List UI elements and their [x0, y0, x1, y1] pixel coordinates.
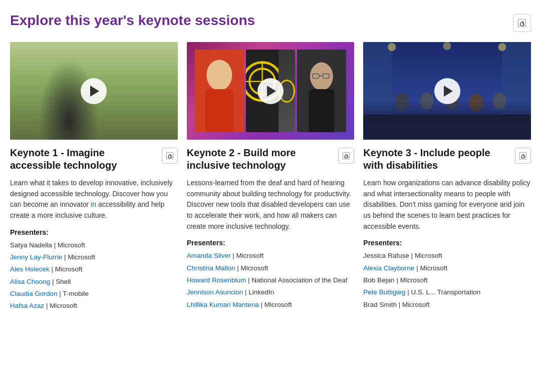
- sign-language-button[interactable]: [513, 14, 531, 32]
- svg-point-3: [119, 42, 177, 112]
- svg-rect-14: [205, 89, 233, 133]
- video-thumbnail-2[interactable]: [187, 42, 355, 140]
- svg-point-6: [58, 59, 80, 85]
- presenter-2-5: Lhillika Kumari Mantena | Microsoft: [187, 299, 355, 311]
- presenter-link-1-6[interactable]: Hafsa Azaz: [10, 302, 44, 309]
- page-title: Explore this year's keynote sessions: [10, 12, 255, 29]
- presenters-label-1: Presenters:: [10, 228, 178, 236]
- desc-link-1[interactable]: in: [91, 200, 96, 208]
- presenter-1-4: Alisa Choong | Shell: [10, 276, 178, 288]
- presenter-link-1-5[interactable]: Claudia Gordon: [10, 290, 58, 297]
- svg-rect-30: [363, 115, 531, 140]
- presenter-2-3: Howard Rosenblum | National Association …: [187, 274, 355, 286]
- keynote-card-1: Keynote 1 - Imagine accessible technolog…: [10, 42, 178, 312]
- svg-rect-7: [58, 85, 80, 125]
- presenter-link-1-4[interactable]: Alisa Choong: [10, 278, 50, 285]
- page-wrapper: Explore this year's keynote sessions: [0, 0, 541, 322]
- presenter-link-2-1[interactable]: Amanda Silver: [187, 252, 231, 259]
- video-thumbnail-1[interactable]: [10, 42, 178, 140]
- thumb-cell-2-3: [297, 50, 346, 133]
- presenter-link-2-5[interactable]: Lhillika Kumari Mantena: [187, 301, 259, 308]
- card-body-1: Keynote 1 - Imagine accessible technolog…: [10, 140, 178, 312]
- keynote-card-3: Keynote 3 - Include people with disabili…: [363, 42, 531, 312]
- keynote-card-2: Keynote 2 - Build more inclusive technol…: [187, 42, 355, 312]
- card-body-2: Keynote 2 - Build more inclusive technol…: [187, 140, 355, 312]
- svg-rect-8: [63, 71, 68, 74]
- presenters-label-3: Presenters:: [363, 239, 531, 247]
- svg-rect-9: [70, 71, 75, 74]
- svg-point-36: [388, 43, 396, 51]
- presenters-label-2: Presenters:: [187, 239, 355, 247]
- svg-point-32: [421, 93, 434, 110]
- svg-rect-22: [309, 89, 334, 133]
- card-sign-icon-2: [342, 151, 351, 160]
- presenter-3-4: Pete Buttigieg | U.S. L... Transportatio…: [363, 286, 531, 298]
- presenter-1-3: Ales Holecek | Microsoft: [10, 263, 178, 275]
- thumb-cell-svg-1: [195, 50, 244, 133]
- presenter-3-3: Bob Bejan | Microsoft: [363, 274, 531, 286]
- card-title-3: Keynote 3 - Include people with disabili…: [363, 147, 511, 172]
- svg-rect-29: [502, 42, 531, 140]
- svg-point-13: [207, 60, 232, 90]
- card-sign-button-3[interactable]: [515, 148, 531, 164]
- presenter-1-5: Claudia Gordon | T-mobile: [10, 288, 178, 300]
- card-desc-3: Learn how organizations can advance disa…: [363, 178, 531, 232]
- presenter-2-4: Jennison Asuncion | LinkedIn: [187, 286, 355, 298]
- svg-point-35: [493, 93, 506, 110]
- card-sign-icon-3: [518, 151, 527, 160]
- card-desc-1: Learn what it takes to develop innovativ…: [10, 178, 178, 221]
- presenter-1-1: Satya Nadella | Microsoft: [10, 239, 178, 251]
- presenter-3-2: Alexia Clayborne | Microsoft: [363, 262, 531, 274]
- svg-point-31: [395, 93, 409, 111]
- presenter-1-2: Jenny Lay-Flurrie | Microsoft: [10, 251, 178, 263]
- play-button-1[interactable]: [81, 78, 107, 104]
- svg-point-37: [443, 42, 451, 50]
- presenter-link-3-4[interactable]: Pete Buttigieg: [363, 288, 405, 296]
- card-title-1: Keynote 1 - Imagine accessible technolog…: [10, 147, 158, 172]
- svg-point-34: [469, 94, 483, 112]
- svg-rect-5: [10, 112, 178, 140]
- sign-icon: [517, 18, 527, 28]
- presenter-link-2-3[interactable]: Howard Rosenblum: [187, 276, 246, 284]
- presenter-link-3-2[interactable]: Alexia Clayborne: [363, 264, 414, 272]
- presenter-link-2-2[interactable]: Christina Mallon: [187, 264, 235, 272]
- card-body-3: Keynote 3 - Include people with disabili…: [363, 140, 531, 312]
- card-title-2: Keynote 2 - Build more inclusive technol…: [187, 147, 335, 172]
- presenter-1-6: Hafsa Azaz | Microsoft: [10, 300, 178, 312]
- card-title-row-2: Keynote 2 - Build more inclusive technol…: [187, 147, 355, 172]
- card-desc-2: Lessons-learned from the deaf and hard o…: [187, 178, 355, 232]
- presenter-3-1: Jessica Rafuse | Microsoft: [363, 250, 531, 262]
- svg-point-38: [498, 43, 506, 51]
- header-row: Explore this year's keynote sessions: [10, 12, 531, 32]
- thumb-cell-svg-3: [297, 50, 346, 133]
- presenter-link-1-3[interactable]: Ales Holecek: [10, 265, 50, 273]
- play-button-2[interactable]: [257, 78, 284, 104]
- svg-point-2: [14, 52, 64, 112]
- card-title-row-3: Keynote 3 - Include people with disabili…: [363, 147, 531, 172]
- presenter-2-1: Amanda Silver | Microsoft: [187, 250, 355, 262]
- presenter-2-2: Christina Mallon | Microsoft: [187, 262, 355, 274]
- play-button-3[interactable]: [434, 78, 460, 104]
- presenter-link-2-4[interactable]: Jennison Asuncion: [187, 288, 243, 296]
- keynotes-grid: Keynote 1 - Imagine accessible technolog…: [10, 42, 531, 312]
- presenter-3-5: Brad Smith | Microsoft: [363, 299, 531, 311]
- card-sign-button-2[interactable]: [338, 148, 354, 164]
- card-sign-button-1[interactable]: [162, 148, 178, 164]
- video-thumbnail-3[interactable]: [363, 42, 531, 140]
- card-title-row-1: Keynote 1 - Imagine accessible technolog…: [10, 147, 178, 172]
- presenter-link-1-2[interactable]: Jenny Lay-Flurrie: [10, 253, 62, 261]
- thumb-cell-2-1: [195, 50, 244, 133]
- svg-rect-28: [363, 42, 392, 140]
- card-sign-icon-1: [165, 151, 174, 160]
